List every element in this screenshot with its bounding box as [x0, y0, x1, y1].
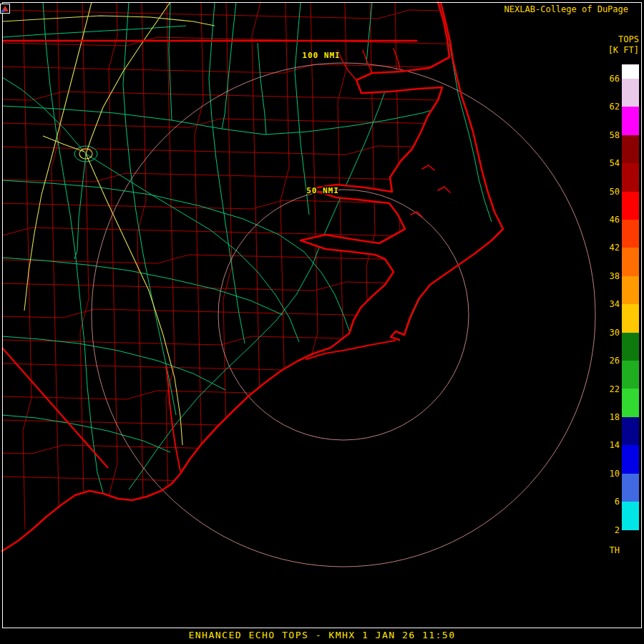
coastline-outer-banks — [391, 3, 503, 340]
sound-island — [422, 165, 434, 170]
state-border-lines — [2, 41, 417, 468]
county-line — [0, 445, 472, 454]
county-line — [0, 472, 472, 481]
colorbar-segment — [622, 304, 639, 332]
colorbar-segment — [622, 163, 639, 191]
county-line — [0, 200, 472, 209]
county-line — [109, 3, 117, 530]
highway — [86, 154, 299, 342]
radar-map: 100 NMI 50 NMI — [0, 0, 644, 644]
highway — [169, 2, 172, 120]
highway — [2, 106, 441, 135]
radar-screen: 100 NMI 50 NMI NEXLAB-College of DuPage … — [0, 0, 644, 644]
highway — [405, 285, 429, 333]
interstate — [2, 16, 215, 26]
county-line — [366, 3, 375, 530]
county-line — [52, 3, 60, 530]
colorbar-segment — [622, 220, 639, 248]
county-line — [0, 146, 472, 155]
county-line — [280, 3, 289, 530]
colorbar-segment — [622, 248, 639, 275]
county-line — [223, 3, 232, 530]
colorbar-units: [K FT] — [608, 45, 639, 55]
colorbar-segment — [622, 389, 639, 416]
colorbar — [622, 64, 639, 558]
range-ring-label-50: 50 NMI — [306, 186, 339, 195]
coastline-mainland — [2, 2, 449, 551]
colorbar-segment — [622, 107, 639, 135]
highway — [74, 154, 86, 259]
county-line — [0, 391, 472, 399]
colorbar-segment — [622, 64, 639, 79]
range-ring-label-100: 100 NMI — [302, 51, 340, 60]
colorbar-segment — [622, 361, 639, 389]
county-line — [80, 3, 89, 530]
highway — [2, 26, 186, 37]
county-line — [137, 3, 146, 530]
highway — [222, 2, 236, 129]
county-line — [0, 255, 472, 263]
county-line — [0, 119, 472, 127]
county-line — [338, 3, 346, 530]
colorbar-segment — [622, 417, 639, 445]
coastline-bogue-banks — [306, 341, 395, 359]
highway — [295, 2, 309, 215]
colorbar-segment — [622, 474, 639, 502]
highway — [129, 77, 390, 489]
highway — [209, 2, 245, 343]
sound-island — [438, 187, 450, 192]
county-line — [252, 3, 260, 530]
county-line — [395, 3, 404, 530]
highway — [2, 258, 283, 315]
caption: ENHANCED ECHO TOPS - KMHX 1 JAN 26 11:50 — [0, 630, 644, 640]
county-line — [0, 364, 472, 372]
county-line — [0, 336, 472, 345]
colorbar-segment — [622, 445, 639, 473]
highway — [2, 180, 349, 331]
interstate — [86, 2, 170, 154]
colorbar-segment — [622, 192, 639, 220]
colorbar-segment — [622, 276, 639, 304]
highways-green-banks — [405, 43, 492, 333]
county-line — [23, 3, 31, 530]
county-line — [0, 309, 472, 318]
colorbar-segment — [622, 502, 639, 530]
highway — [43, 2, 104, 498]
county-line — [0, 173, 472, 182]
colorbar-segment — [622, 530, 639, 558]
highway — [2, 77, 86, 154]
highway — [258, 43, 266, 135]
interstate — [43, 136, 84, 152]
nexlab-logo-icon — [0, 4, 10, 14]
county-line — [0, 282, 472, 291]
colorbar-title: TOPS — [618, 34, 639, 44]
colorbar-segment — [622, 333, 639, 361]
cape-fear-river — [166, 366, 180, 471]
coastline — [2, 2, 503, 551]
colorbar-segment — [622, 79, 639, 107]
colorbar-segment — [622, 135, 639, 163]
credit-text: NEXLAB-College of DuPage — [504, 4, 628, 14]
county-line — [0, 92, 472, 100]
frame-border — [3, 3, 642, 628]
